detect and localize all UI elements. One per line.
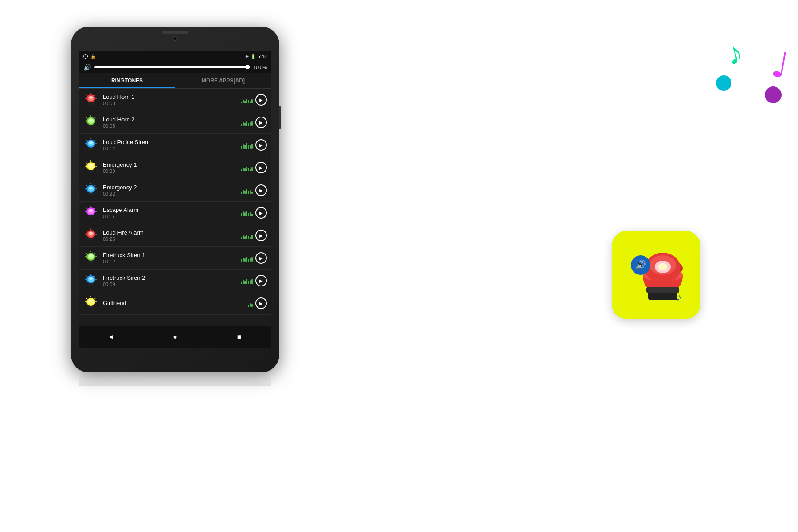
- app-icon: 🔊 ♪: [612, 231, 700, 319]
- equalizer-bar: [244, 191, 246, 194]
- equalizer-bar: [243, 190, 244, 194]
- ringtone-item[interactable]: Firetruck Siren 2 00:09▶: [79, 270, 271, 292]
- ringtone-info: Emergency 2 00:22: [103, 184, 241, 196]
- equalizer-bars-icon: [241, 96, 253, 103]
- ringtone-item[interactable]: Loud Horn 1 00:03▶: [79, 89, 271, 111]
- equalizer-bar: [248, 281, 249, 284]
- equalizer-bar: [246, 257, 247, 262]
- equalizer-bar: [243, 100, 244, 103]
- equalizer-bar: [244, 101, 246, 103]
- svg-line-86: [94, 298, 95, 299]
- play-button[interactable]: ▶: [255, 230, 267, 241]
- home-button[interactable]: ●: [168, 330, 182, 344]
- equalizer-bar: [248, 168, 249, 171]
- ringtone-icon: [83, 183, 98, 198]
- ringtone-duration: 00:09: [103, 282, 241, 287]
- ringtone-item[interactable]: Emergency 2 00:22▶: [79, 179, 271, 202]
- volume-knob[interactable]: [245, 65, 250, 69]
- volume-bar-row[interactable]: 🔊 100 %: [79, 62, 271, 73]
- equalizer-bars-icon: [241, 164, 253, 171]
- equalizer-bars-icon: [241, 232, 253, 239]
- circle-cyan: [716, 75, 732, 91]
- svg-line-59: [94, 231, 95, 231]
- app-icon-background: 🔊 ♪: [612, 231, 700, 319]
- equalizer-bar: [251, 99, 253, 103]
- svg-point-83: [89, 300, 93, 302]
- equalizer-bar: [250, 280, 251, 284]
- play-button[interactable]: ▶: [255, 139, 267, 151]
- play-button[interactable]: ▶: [255, 297, 267, 309]
- volume-fill: [94, 66, 250, 68]
- ringtone-duration: 00:22: [103, 191, 241, 196]
- svg-rect-12: [88, 125, 94, 127]
- play-button[interactable]: ▶: [255, 252, 267, 264]
- ringtone-item[interactable]: Loud Fire Alarm 00:25▶: [79, 224, 271, 247]
- ringtone-item[interactable]: Girlfriend ▶: [79, 292, 271, 315]
- svg-line-14: [94, 117, 95, 118]
- equalizer-bar: [243, 211, 244, 216]
- tablet-reflection: [79, 372, 271, 386]
- equalizer-bar: [248, 305, 249, 307]
- ringtone-item[interactable]: Firetruck Siren 1 00:12▶: [79, 247, 271, 270]
- ringtone-name: Loud Police Siren: [103, 139, 241, 145]
- equalizer-bar: [246, 99, 247, 103]
- equalizer-bar: [241, 282, 242, 284]
- recent-button[interactable]: ■: [233, 330, 246, 344]
- back-button[interactable]: ◄: [104, 330, 117, 344]
- equalizer-bar: [246, 143, 247, 149]
- svg-rect-21: [88, 148, 94, 150]
- play-button[interactable]: ▶: [255, 184, 267, 196]
- ringtone-controls: ▶: [241, 139, 267, 151]
- svg-line-41: [94, 185, 95, 186]
- equalizer-bar: [250, 145, 251, 149]
- equalizer-bar: [248, 100, 249, 103]
- ringtone-name: Emergency 1: [103, 161, 241, 168]
- side-button[interactable]: [279, 106, 281, 129]
- equalizer-bar: [251, 235, 253, 239]
- ringtone-name: Loud Fire Alarm: [103, 229, 241, 236]
- volume-track[interactable]: [94, 66, 250, 68]
- svg-rect-30: [88, 170, 94, 172]
- ringtone-info: Escape Alarm 00:17: [103, 207, 241, 219]
- ringtone-icon: [83, 92, 98, 107]
- play-button[interactable]: ▶: [255, 162, 267, 173]
- ringtone-icon: [83, 296, 98, 311]
- play-button[interactable]: ▶: [255, 207, 267, 219]
- svg-point-74: [89, 277, 93, 280]
- ringtone-item[interactable]: Loud Horn 2 00:05▶: [79, 111, 271, 134]
- ringtone-duration: 00:03: [103, 101, 241, 106]
- tab-more-apps[interactable]: MORE APPS[AD]: [175, 73, 271, 88]
- svg-line-69: [86, 253, 87, 254]
- equalizer-bar: [251, 144, 253, 149]
- ringtone-item[interactable]: Escape Alarm 00:17▶: [79, 202, 271, 224]
- play-button[interactable]: ▶: [255, 117, 267, 128]
- svg-point-29: [89, 164, 93, 167]
- speaker-icon: 🔊: [83, 64, 91, 71]
- ringtone-item[interactable]: Loud Police Siren 00:14▶: [79, 134, 271, 156]
- equalizer-bars-icon: [241, 119, 253, 126]
- svg-point-2: [89, 96, 93, 99]
- equalizer-bar: [246, 189, 247, 194]
- svg-line-50: [94, 208, 95, 209]
- play-button[interactable]: ▶: [255, 275, 267, 286]
- ringtone-info: Loud Police Siren 00:14: [103, 139, 241, 151]
- ringtone-item[interactable]: Emergency 1 00:20▶: [79, 156, 271, 179]
- equalizer-bar: [243, 235, 244, 239]
- equalizer-bar: [241, 124, 242, 126]
- svg-line-24: [86, 140, 87, 141]
- ringtone-info: Loud Horn 2 00:05: [103, 116, 241, 129]
- equalizer-bar: [246, 235, 247, 239]
- equalizer-bar: [251, 214, 253, 216]
- ringtone-name: Girlfriend: [103, 300, 248, 306]
- ringtone-list[interactable]: Loud Horn 1 00:03▶ Loud Horn 2 00:05▶: [79, 89, 271, 335]
- equalizer-bar: [243, 122, 244, 126]
- ringtone-controls: ▶: [241, 252, 267, 264]
- ringtone-controls: ▶: [241, 275, 267, 286]
- tab-ringtones[interactable]: RINGTONES: [79, 73, 175, 88]
- play-button[interactable]: ▶: [255, 94, 267, 106]
- svg-rect-84: [88, 306, 94, 308]
- svg-line-77: [94, 276, 95, 277]
- ringtone-duration: 00:14: [103, 146, 241, 151]
- equalizer-bar: [244, 258, 246, 262]
- equalizer-bar: [251, 304, 253, 307]
